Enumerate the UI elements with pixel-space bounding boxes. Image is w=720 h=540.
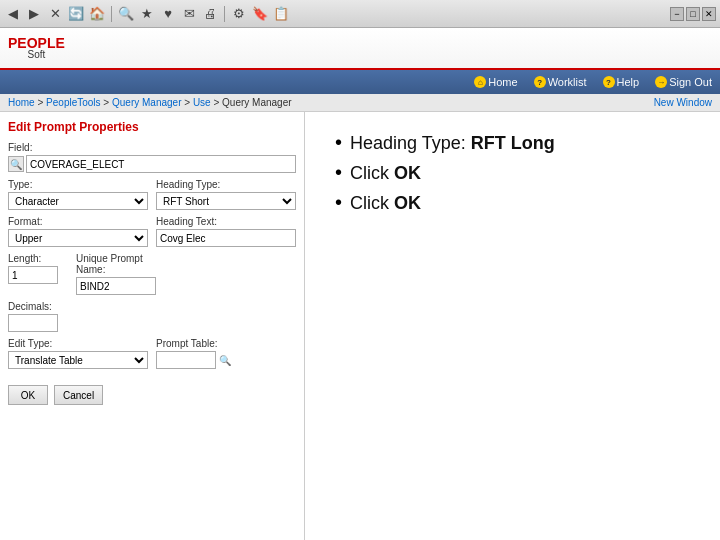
bullet-3: •: [335, 192, 342, 212]
instruction-item-2: • Click OK: [335, 162, 555, 184]
window-controls: − □ ✕: [670, 7, 716, 21]
worklist-icon: ?: [534, 76, 546, 88]
bullet-2: •: [335, 162, 342, 182]
breadcrumb-sep1: >: [37, 97, 46, 108]
ps-logo: PEOPLE Soft: [8, 36, 65, 60]
bookmark-icon[interactable]: 🔖: [251, 5, 269, 23]
panel-title: Edit Prompt Properties: [8, 120, 296, 134]
prompt-table-input[interactable]: [156, 351, 216, 369]
field-input[interactable]: [26, 155, 296, 173]
instruction-text-3: Click OK: [350, 193, 421, 214]
breadcrumb-bar: Home > PeopleTools > Query Manager > Use…: [0, 94, 720, 112]
heading-text-group: Heading Text:: [156, 216, 296, 247]
print-icon[interactable]: 🖨: [201, 5, 219, 23]
ok-button[interactable]: OK: [8, 385, 48, 405]
length-group: Length:: [8, 253, 68, 284]
heading-text-col: Heading Text:: [156, 216, 296, 253]
sign-out-icon: →: [655, 76, 667, 88]
refresh-icon[interactable]: 🔄: [67, 5, 85, 23]
bullet-1: •: [335, 132, 342, 152]
unique-prompt-group-header: Unique Prompt Name:: [76, 253, 146, 295]
breadcrumb-current: Query Manager: [222, 97, 291, 108]
history-icon[interactable]: ♥: [159, 5, 177, 23]
instruction-text-1: Heading Type: RFT Long: [350, 133, 555, 154]
decimals-label: Decimals:: [8, 301, 296, 312]
cancel-button[interactable]: Cancel: [54, 385, 103, 405]
new-window-link[interactable]: New Window: [654, 97, 712, 108]
heading-text-input[interactable]: [156, 229, 296, 247]
close-button[interactable]: ✕: [702, 7, 716, 21]
heading-type-select[interactable]: RFT Short: [156, 192, 296, 210]
forward-icon[interactable]: ▶: [25, 5, 43, 23]
home-nav-icon: ⌂: [474, 76, 486, 88]
prompt-table-group: Prompt Table: 🔍: [156, 338, 296, 369]
nav-sign-out-label: Sign Out: [669, 76, 712, 88]
instructions-container: • Heading Type: RFT Long • Click OK • Cl…: [335, 132, 555, 222]
logo-soft-text: Soft: [28, 50, 46, 60]
decimals-input[interactable]: [8, 314, 58, 332]
format-select[interactable]: Upper: [8, 229, 148, 247]
toolbar: ◀ ▶ ✕ 🔄 🏠 🔍 ★ ♥ ✉ 🖨 ⚙ 🔖 📋 − □ ✕: [0, 0, 720, 28]
field-label: Field:: [8, 142, 296, 153]
length-decimals-row: Length: Unique Prompt Name:: [8, 253, 296, 301]
heading-type-label: Heading Type:: [156, 179, 296, 190]
nav-home[interactable]: ⌂ Home: [474, 76, 517, 88]
prompt-table-col: Prompt Table: 🔍: [156, 338, 296, 375]
ps-header: PEOPLE Soft: [0, 28, 720, 70]
unique-prompt-input[interactable]: [76, 277, 156, 295]
breadcrumb-sep2: >: [103, 97, 112, 108]
heading-type-group: Heading Type: RFT Short: [156, 179, 296, 210]
search-toolbar-icon[interactable]: 🔍: [117, 5, 135, 23]
instruction-text-2: Click OK: [350, 163, 421, 184]
breadcrumb-home[interactable]: Home: [8, 97, 35, 108]
field-search-row: 🔍: [8, 155, 296, 173]
type-heading-row: Type: Character Heading Type: RFT Short: [8, 179, 296, 216]
home-toolbar-icon[interactable]: 🏠: [88, 5, 106, 23]
length-input[interactable]: [8, 266, 58, 284]
heading-text-label: Heading Text:: [156, 216, 296, 227]
left-panel: Edit Prompt Properties Field: 🔍 Type: Ch…: [0, 112, 305, 540]
back-icon[interactable]: ◀: [4, 5, 22, 23]
breadcrumb-use[interactable]: Use: [193, 97, 211, 108]
heading-type-col: Heading Type: RFT Short: [156, 179, 296, 216]
breadcrumb-query-manager[interactable]: Query Manager: [112, 97, 181, 108]
maximize-button[interactable]: □: [686, 7, 700, 21]
format-label: Format:: [8, 216, 148, 227]
type-select[interactable]: Character: [8, 192, 148, 210]
type-label: Type:: [8, 179, 148, 190]
breadcrumb: Home > PeopleTools > Query Manager > Use…: [8, 97, 292, 108]
field-search-icon[interactable]: 🔍: [8, 156, 24, 172]
format-col: Format: Upper: [8, 216, 148, 253]
edit-type-group: Edit Type: Translate Table: [8, 338, 148, 369]
edit-type-prompt-row: Edit Type: Translate Table Prompt Table:…: [8, 338, 296, 375]
breadcrumb-peopletools[interactable]: PeopleTools: [46, 97, 100, 108]
nav-help[interactable]: ? Help: [603, 76, 640, 88]
prompt-table-search-row: 🔍: [156, 351, 296, 369]
logo-people-text: PEOPLE: [8, 36, 65, 50]
right-panel: • Heading Type: RFT Long • Click OK • Cl…: [305, 112, 720, 540]
form-buttons: OK Cancel: [8, 385, 296, 405]
ok-text-2: OK: [394, 193, 421, 213]
edit-type-select[interactable]: Translate Table: [8, 351, 148, 369]
length-col: Length:: [8, 253, 68, 301]
favorites-icon[interactable]: ★: [138, 5, 156, 23]
length-label: Length:: [8, 253, 68, 264]
nav-home-label: Home: [488, 76, 517, 88]
prompt-table-lookup-icon[interactable]: 🔍: [218, 353, 232, 367]
nav-worklist[interactable]: ? Worklist: [534, 76, 587, 88]
type-group: Type: Character: [8, 179, 148, 210]
instruction-item-3: • Click OK: [335, 192, 555, 214]
minimize-button[interactable]: −: [670, 7, 684, 21]
tools-icon[interactable]: ⚙: [230, 5, 248, 23]
prompt-table-label: Prompt Table:: [156, 338, 296, 349]
nav-sign-out[interactable]: → Sign Out: [655, 76, 712, 88]
decimals-group: Decimals:: [8, 301, 296, 332]
nav-bar: ⌂ Home ? Worklist ? Help → Sign Out: [0, 70, 720, 94]
mail-icon[interactable]: ✉: [180, 5, 198, 23]
rft-long-text: RFT Long: [471, 133, 555, 153]
stop-icon[interactable]: ✕: [46, 5, 64, 23]
help-icon: ?: [603, 76, 615, 88]
nav-help-label: Help: [617, 76, 640, 88]
extra-icon-1[interactable]: 📋: [272, 5, 290, 23]
nav-worklist-label: Worklist: [548, 76, 587, 88]
